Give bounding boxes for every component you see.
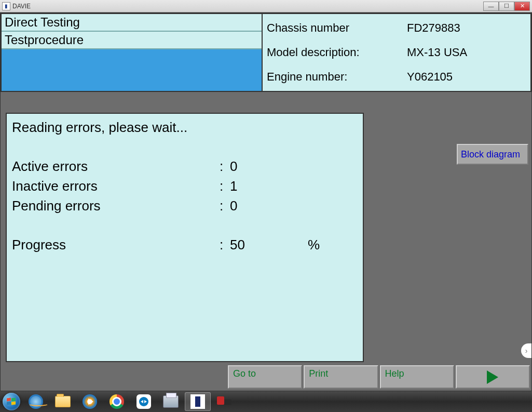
window-controls: — ☐ ✕ [483, 2, 530, 11]
teamviewer-icon [137, 394, 151, 409]
header-left-panel: Direct Testing Testprocedure [1, 13, 263, 92]
model-row: Model description: MX-13 USA [267, 46, 526, 59]
printer-icon [163, 395, 179, 408]
model-value: MX-13 USA [407, 46, 467, 59]
minimize-button[interactable]: — [483, 2, 499, 11]
active-errors-row: Active errors : 0 [12, 157, 358, 177]
davie-app-icon [190, 394, 205, 409]
progress-unit: % [308, 235, 320, 255]
taskbar-media-player[interactable] [77, 392, 103, 411]
status-heading: Reading errors, please wait... [12, 118, 358, 138]
active-errors-label: Active errors [12, 157, 220, 177]
taskbar-explorer[interactable] [50, 392, 76, 411]
windows-logo-icon [3, 393, 20, 410]
help-button[interactable]: Help [380, 365, 454, 389]
window-titlebar: ▮ DAVIE — ☐ ✕ [0, 0, 532, 12]
continue-button[interactable] [456, 365, 530, 389]
app-icon: ▮ [2, 2, 10, 10]
breadcrumb-testprocedure[interactable]: Testprocedure [2, 32, 262, 49]
inactive-errors-label: Inactive errors [12, 177, 220, 196]
maximize-button[interactable]: ☐ [499, 2, 514, 11]
expand-side-tab[interactable]: › [521, 343, 531, 358]
taskbar-chrome[interactable] [104, 392, 130, 411]
play-icon [487, 370, 498, 384]
header: Direct Testing Testprocedure Chassis num… [1, 13, 531, 92]
taskbar-ie[interactable] [23, 392, 49, 411]
progress-label: Progress [12, 235, 220, 255]
chassis-value: FD279883 [407, 21, 460, 35]
block-diagram-button[interactable]: Block diagram [457, 144, 528, 165]
pending-errors-label: Pending errors [12, 196, 220, 216]
progress-value: 50 [230, 235, 308, 255]
progress-row: Progress : 50 % [12, 235, 358, 255]
inactive-errors-value: 1 [230, 177, 308, 196]
engine-row: Engine number: Y062105 [267, 70, 526, 84]
active-errors-value: 0 [230, 157, 308, 177]
goto-button[interactable]: Go to [228, 365, 302, 389]
print-button[interactable]: Print [304, 365, 378, 389]
taskbar-truck-app[interactable] [212, 392, 238, 411]
inactive-errors-row: Inactive errors : 1 [12, 177, 358, 196]
taskbar-teamviewer[interactable] [131, 392, 157, 411]
chassis-label: Chassis number [267, 21, 407, 35]
truck-icon [217, 395, 233, 408]
app-body: Direct Testing Testprocedure Chassis num… [0, 12, 532, 391]
taskbar [0, 391, 532, 412]
close-button[interactable]: ✕ [514, 2, 530, 11]
chassis-row: Chassis number FD279883 [267, 21, 526, 35]
pending-errors-row: Pending errors : 0 [12, 196, 358, 216]
engine-value: Y062105 [407, 70, 453, 84]
vehicle-info-panel: Chassis number FD279883 Model descriptio… [263, 13, 531, 92]
main-area: Reading errors, please wait... Active er… [1, 92, 531, 391]
media-player-icon [83, 394, 97, 409]
taskbar-davie[interactable] [185, 392, 211, 411]
folder-icon [55, 396, 71, 407]
start-button[interactable] [1, 391, 22, 412]
chevron-right-icon: › [525, 347, 528, 355]
chrome-icon [110, 394, 124, 409]
status-panel: Reading errors, please wait... Active er… [6, 113, 364, 362]
engine-label: Engine number: [267, 70, 407, 84]
internet-explorer-icon [29, 394, 43, 409]
model-label: Model description: [267, 46, 407, 59]
taskbar-printer[interactable] [158, 392, 184, 411]
breadcrumb-direct-testing[interactable]: Direct Testing [2, 14, 262, 32]
pending-errors-value: 0 [230, 196, 308, 216]
breadcrumb-current[interactable] [2, 49, 262, 91]
window-title: DAVIE [12, 3, 483, 10]
bottom-button-bar: Go to Print Help [1, 365, 531, 389]
